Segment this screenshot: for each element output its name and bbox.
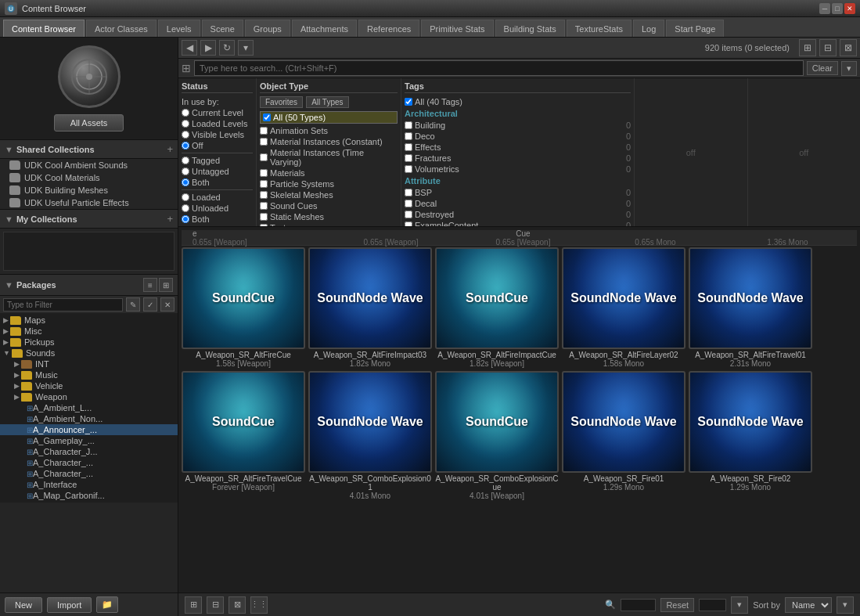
tab-actor-classes[interactable]: Actor Classes (86, 20, 157, 37)
type-item[interactable]: Animation Sets (260, 125, 398, 136)
sync-button[interactable]: ⊟ (819, 39, 837, 56)
tree-item[interactable]: ⊞ A_Interface (0, 479, 178, 490)
nav-refresh-button[interactable]: ↻ (219, 40, 235, 56)
package-filter-input[interactable] (3, 298, 123, 312)
tab-references[interactable]: References (358, 20, 419, 37)
maximize-button[interactable]: □ (832, 3, 843, 14)
status-off[interactable]: Off (182, 140, 253, 151)
asset-item[interactable]: SoundCueA_Weapon_SR_ComboExplosionCue4.0… (435, 371, 559, 500)
asset-item[interactable]: SoundNode WaveA_Weapon_SR_AltFireTravel0… (689, 247, 812, 368)
sources-button[interactable]: ⊞ (799, 39, 816, 56)
tree-item[interactable]: ⊞ A_Ambient_Non... (0, 413, 178, 424)
tree-item[interactable]: ⊞ A_Character_... (0, 468, 178, 479)
package-clear-btn[interactable]: ✕ (160, 297, 175, 312)
search-clear-button[interactable]: Clear (807, 61, 838, 75)
tag-item[interactable]: Volumetrics0 (405, 164, 631, 175)
status-loaded[interactable]: Loaded (182, 192, 253, 203)
search-expand-icon[interactable]: ⊞ (182, 62, 191, 74)
packages-header[interactable]: ▼ Packages ≡ ⊞ (0, 274, 178, 296)
type-item[interactable]: Material Instances (Time Varying) (260, 147, 398, 168)
search-input[interactable] (194, 60, 804, 76)
package-confirm-btn[interactable]: ✓ (143, 297, 157, 312)
tag-item[interactable]: Deco0 (405, 131, 631, 142)
status-unloaded[interactable]: Unloaded (182, 203, 253, 214)
tree-item[interactable]: ▶ Misc (0, 326, 178, 337)
nav-back-button[interactable]: ◀ (182, 40, 197, 56)
type-item[interactable]: Materials (260, 168, 398, 178)
tree-item[interactable]: ⊞ A_Ambient_L... (0, 402, 178, 413)
sort-select[interactable]: Name Type Date (785, 597, 832, 613)
tree-item[interactable]: ▼ Sounds (0, 348, 178, 358)
tag-item[interactable]: ExampleContent0 (405, 220, 631, 226)
favorites-btn[interactable]: Favorites (260, 96, 303, 108)
packages-list-view[interactable]: ≡ (143, 278, 157, 292)
tab-primitive-stats[interactable]: Primitive Stats (421, 20, 493, 37)
type-item[interactable]: Sound Cues (260, 200, 398, 211)
shared-collections-add[interactable]: + (167, 143, 173, 155)
view-btn-1[interactable]: ⊞ (185, 596, 202, 614)
tab-attachments[interactable]: Attachments (292, 20, 357, 37)
view-btn-4[interactable]: ⋮⋮ (250, 596, 268, 614)
asset-item[interactable]: SoundCueA_Weapon_SR_AltFireImpactCue1.82… (435, 247, 559, 368)
tag-item[interactable]: Fractures0 (405, 153, 631, 164)
asset-item[interactable]: SoundNode WaveA_Weapon_SR_Fire021.29s Mo… (689, 371, 812, 500)
tab-log[interactable]: Log (633, 20, 664, 37)
my-collections-add[interactable]: + (167, 213, 173, 225)
status-tagged[interactable]: Tagged (182, 155, 253, 166)
type-item[interactable]: Static Meshes (260, 211, 398, 222)
nav-dropdown-button[interactable]: ▾ (238, 40, 254, 56)
tab-building-stats[interactable]: Building Stats (495, 20, 565, 37)
type-item[interactable]: Textures (260, 222, 398, 226)
nav-forward-button[interactable]: ▶ (200, 40, 216, 56)
tree-item[interactable]: ⊞ A_Map_Carbonif... (0, 490, 178, 501)
zoom-input[interactable]: 100% (621, 599, 656, 611)
view-btn-2[interactable]: ⊟ (207, 596, 224, 614)
asset-item[interactable]: SoundCueA_Weapon_SR_AltFireTravelCueFore… (182, 371, 305, 500)
tree-item[interactable]: ⊞ A_Announcer_... (0, 424, 178, 435)
search-options-button[interactable]: ▾ (841, 61, 857, 76)
type-item[interactable]: Material Instances (Constant) (260, 136, 398, 147)
tree-item[interactable]: ▶ INT (0, 358, 178, 369)
package-edit-btn[interactable]: ✎ (126, 297, 140, 312)
status-both-loaded[interactable]: Both (182, 214, 253, 225)
size-input[interactable]: 128 (699, 599, 726, 611)
type-item[interactable]: Skeletal Meshes (260, 189, 398, 200)
shared-collections-header[interactable]: ▼ Shared Collections + (0, 139, 178, 159)
view-btn-3[interactable]: ⊠ (228, 596, 246, 614)
tab-texture-stats[interactable]: TextureStats (567, 20, 632, 37)
type-item[interactable]: All (50 Types) (260, 111, 398, 124)
collection-item[interactable]: UDK Cool Ambient Sounds (0, 159, 178, 171)
packages-tree-view[interactable]: ⊞ (159, 278, 173, 292)
tree-item[interactable]: ▶ Maps (0, 315, 178, 326)
asset-item[interactable]: SoundNode WaveA_Weapon_SR_ComboExplosion… (308, 371, 432, 500)
size-down-btn[interactable]: ▾ (731, 596, 748, 614)
tree-item[interactable]: ▶ Music (0, 369, 178, 380)
tab-start-page[interactable]: Start Page (666, 20, 724, 37)
collection-item[interactable]: UDK Cool Materials (0, 171, 178, 184)
folder-button[interactable]: 📁 (96, 596, 118, 613)
asset-item[interactable]: SoundCueA_Weapon_SR_AltFireCue1.58s [Wea… (182, 247, 305, 368)
zoom-reset-button[interactable]: Reset (660, 598, 694, 612)
tag-item[interactable]: Effects0 (405, 142, 631, 153)
collection-item[interactable]: UDK Building Meshes (0, 184, 178, 196)
options-button[interactable]: ⊠ (840, 39, 857, 56)
minimize-button[interactable]: ─ (819, 3, 830, 14)
sort-dir-btn[interactable]: ▾ (837, 596, 854, 614)
tree-item[interactable]: ⊞ A_Gameplay_... (0, 435, 178, 446)
status-both-tagged[interactable]: Both (182, 177, 253, 188)
my-collections-header[interactable]: ▼ My Collections + (0, 209, 178, 229)
status-current-level[interactable]: Current Level (182, 107, 253, 118)
tab-groups[interactable]: Groups (245, 20, 290, 37)
collection-item[interactable]: UDK Useful Particle Effects (0, 196, 178, 209)
asset-item[interactable]: SoundNode WaveA_Weapon_SR_AltFireImpact0… (308, 247, 432, 368)
type-item[interactable]: Particle Systems (260, 178, 398, 189)
status-visible-levels[interactable]: Visible Levels (182, 129, 253, 140)
tab-content-browser[interactable]: Content Browser (3, 20, 85, 37)
new-button[interactable]: New (5, 597, 42, 613)
tree-item[interactable]: ⊞ A_Character_J... (0, 446, 178, 457)
asset-item[interactable]: SoundNode WaveA_Weapon_SR_Fire011.29s Mo… (562, 371, 685, 500)
tree-item[interactable]: ▶ Weapon (0, 391, 178, 402)
import-button[interactable]: Import (47, 597, 92, 613)
tag-item[interactable]: Building0 (405, 120, 631, 131)
all-assets-button[interactable]: All Assets (54, 114, 124, 131)
